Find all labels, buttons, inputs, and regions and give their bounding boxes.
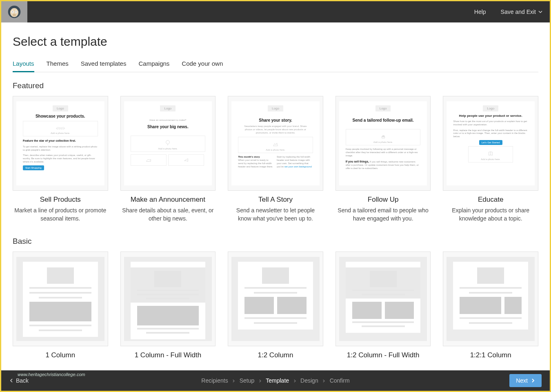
shoe-sketch-icon bbox=[56, 125, 65, 130]
preview-headline: Send a tailored follow-up email. bbox=[353, 118, 414, 122]
preview-logo-chip: Logo bbox=[375, 105, 391, 111]
basic-grid: 1 Column 1 Column - Full bbox=[13, 252, 538, 359]
card-title: Tell A Story bbox=[228, 196, 323, 204]
main-content: Select a template Layouts Themes Saved t… bbox=[1, 22, 550, 370]
chevron-right-icon bbox=[531, 377, 535, 384]
template-card-sell-products[interactable]: Logo Showcase your products. Add a photo… bbox=[13, 96, 108, 223]
tab-themes[interactable]: Themes bbox=[47, 60, 69, 72]
book-sketch-icon bbox=[488, 151, 493, 156]
preview-sub: Newsletters keep people engaged with you… bbox=[242, 125, 309, 134]
preview-cta-button: Start Shopping bbox=[23, 165, 44, 170]
preview-link: set your own background bbox=[284, 165, 312, 168]
preview-logo-chip: Logo bbox=[268, 105, 283, 111]
template-card-1-column[interactable]: 1 Column bbox=[13, 252, 108, 359]
preview-headline: Help people use your product or service. bbox=[459, 114, 522, 118]
page-title: Select a template bbox=[13, 35, 538, 49]
back-button[interactable]: Back bbox=[9, 377, 29, 384]
balloon-sketch-icon bbox=[165, 140, 171, 146]
preview-photo-label: Add a photo here. bbox=[158, 147, 178, 150]
template-preview: Logo Have an announcement to make? Share… bbox=[120, 96, 216, 191]
footer-url: www.heritagechristiancollege.com bbox=[18, 372, 85, 377]
preview-body: Then, describe what makes your product u… bbox=[23, 154, 98, 163]
tab-code-your-own[interactable]: Code your own bbox=[182, 60, 223, 72]
step-template[interactable]: Template bbox=[266, 377, 289, 384]
back-label: Back bbox=[16, 377, 29, 384]
card-title: Educate bbox=[443, 196, 538, 204]
preview-col-head: This month's story bbox=[238, 156, 260, 158]
svg-point-4 bbox=[12, 11, 13, 12]
tab-saved-templates[interactable]: Saved templates bbox=[81, 60, 127, 72]
section-heading-basic: Basic bbox=[13, 237, 538, 246]
horn-sketch-icon bbox=[183, 157, 189, 163]
app-logo[interactable] bbox=[1, 1, 27, 22]
featured-grid: Logo Showcase your products. Add a photo… bbox=[13, 96, 538, 223]
wizard-footer: www.heritagechristiancollege.com Back Re… bbox=[1, 370, 550, 391]
preview-photo-label: Add a photo here. bbox=[266, 149, 285, 151]
dino-sketch-icon bbox=[146, 157, 151, 163]
card-title: 1:2 Column - Full Width bbox=[335, 351, 431, 359]
wizard-steps: Recipients Setup Template Design Confirm bbox=[201, 377, 349, 384]
preview-body: First, replace the logo and change the f… bbox=[453, 129, 528, 138]
preview-logo-chip: Logo bbox=[53, 105, 68, 111]
template-card-1-2-1-column[interactable]: 1:2:1 Column bbox=[443, 252, 538, 359]
template-card-1-2-column-full-width[interactable]: 1:2 Column - Full Width bbox=[335, 252, 431, 359]
step-confirm[interactable]: Confirm bbox=[330, 377, 350, 384]
card-title: Sell Products bbox=[13, 196, 108, 204]
card-title: 1:2 Column bbox=[228, 351, 323, 359]
card-description: Share details about a sale, event, or ot… bbox=[120, 206, 216, 223]
preview-photo-label: Add a photo here. bbox=[481, 158, 500, 160]
chevron-right-icon bbox=[293, 377, 296, 384]
card-description: Send a tailored email to people who have… bbox=[335, 206, 431, 223]
template-card-1-column-full-width[interactable]: 1 Column - Full Width bbox=[120, 252, 216, 359]
mountain-sketch-icon bbox=[273, 141, 278, 147]
template-preview bbox=[443, 252, 538, 346]
preview-photo-label: Add a photo here. bbox=[51, 132, 70, 134]
card-title: 1 Column bbox=[13, 351, 108, 359]
template-preview: Logo Share your story. Newsletters keep … bbox=[228, 96, 323, 191]
template-preview bbox=[228, 252, 323, 346]
chevron-down-icon bbox=[538, 9, 542, 15]
preview-eyebrow: Have an announcement to make? bbox=[134, 119, 202, 122]
template-preview: Logo Help people use your product or ser… bbox=[443, 96, 538, 191]
svg-point-5 bbox=[16, 11, 16, 12]
chevron-left-icon bbox=[9, 377, 13, 384]
next-button[interactable]: Next bbox=[509, 374, 542, 387]
card-description: Explain your products or share knowledge… bbox=[443, 206, 538, 223]
preview-photo-label: Add a photo here. bbox=[373, 141, 393, 143]
template-preview: Logo Send a tailored follow-up email. Ad… bbox=[335, 96, 431, 191]
preview-logo-chip: Logo bbox=[160, 105, 176, 111]
preview-headline: Showcase your products. bbox=[36, 114, 85, 118]
template-card-1-2-column[interactable]: 1:2 Column bbox=[228, 252, 323, 359]
tab-campaigns[interactable]: Campaigns bbox=[138, 60, 169, 72]
help-link[interactable]: Help bbox=[467, 9, 493, 15]
template-preview: Logo Showcase your products. Add a photo… bbox=[13, 96, 108, 191]
template-preview bbox=[13, 252, 108, 346]
preview-logo-chip: Logo bbox=[483, 105, 498, 111]
hand-wave-sketch-icon bbox=[380, 134, 386, 139]
svg-point-7 bbox=[166, 140, 170, 144]
preview-body: Show how to get the most out of your pro… bbox=[453, 120, 528, 127]
card-description: Send a newsletter to let people know wha… bbox=[228, 206, 323, 223]
preview-cta-button: Let's Get Started bbox=[479, 140, 502, 145]
tab-layouts[interactable]: Layouts bbox=[13, 60, 34, 72]
preview-col-text: When your email is ready to send by repl… bbox=[238, 159, 273, 168]
save-exit-link[interactable]: Save and Exit bbox=[493, 9, 550, 15]
step-design[interactable]: Design bbox=[300, 377, 318, 384]
template-tabs: Layouts Themes Saved templates Campaigns… bbox=[13, 60, 538, 72]
card-description: Market a line of products or promote sea… bbox=[13, 206, 108, 223]
preview-body: To get started, replace the image above … bbox=[23, 145, 98, 152]
next-label: Next bbox=[516, 377, 528, 384]
preview-subhead: Feature the star of your collection firs… bbox=[23, 139, 76, 142]
step-recipients[interactable]: Recipients bbox=[201, 377, 228, 384]
preview-body: Keep people involved by following up wit… bbox=[346, 148, 421, 157]
template-card-announcement[interactable]: Logo Have an announcement to make? Share… bbox=[120, 96, 216, 223]
card-title: Follow Up bbox=[335, 196, 431, 204]
chevron-right-icon bbox=[232, 377, 236, 384]
template-card-follow-up[interactable]: Logo Send a tailored follow-up email. Ad… bbox=[335, 96, 431, 223]
card-title: 1 Column - Full Width bbox=[120, 351, 216, 359]
preview-headline: Share your story. bbox=[259, 118, 292, 122]
section-heading-featured: Featured bbox=[13, 81, 538, 90]
step-setup[interactable]: Setup bbox=[240, 377, 255, 384]
template-card-tell-a-story[interactable]: Logo Share your story. Newsletters keep … bbox=[228, 96, 323, 223]
template-card-educate[interactable]: Logo Help people use your product or ser… bbox=[443, 96, 538, 223]
